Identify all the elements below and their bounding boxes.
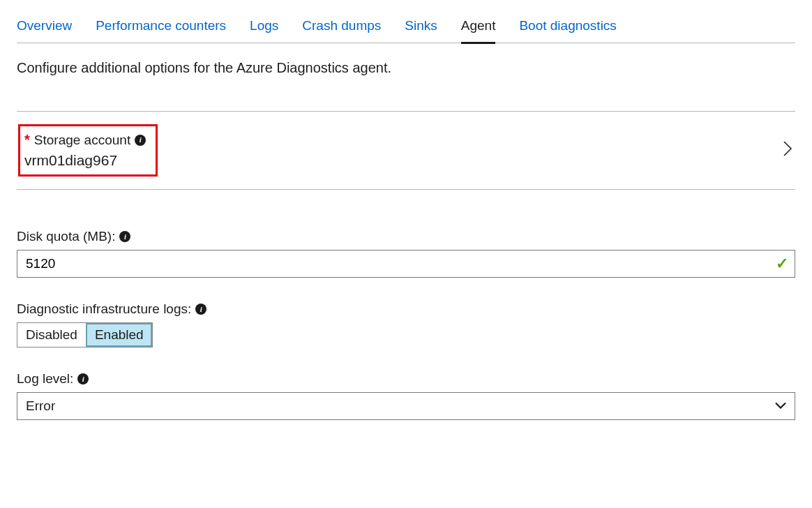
tab-overview[interactable]: Overview (17, 14, 72, 44)
tab-crash-dumps[interactable]: Crash dumps (302, 14, 381, 44)
tab-sinks[interactable]: Sinks (405, 14, 437, 44)
storage-account-label-text: Storage account (34, 133, 130, 148)
log-level-group: Log level: i Error (17, 371, 795, 420)
storage-account-selector[interactable]: * Storage account i vrm01diag967 (17, 112, 795, 190)
required-indicator: * (24, 132, 30, 148)
chevron-right-icon (783, 140, 795, 161)
disk-quota-label-text: Disk quota (MB): (17, 229, 115, 244)
tab-performance-counters[interactable]: Performance counters (96, 14, 226, 44)
info-icon[interactable]: i (135, 135, 146, 146)
log-level-label: Log level: i (17, 371, 795, 387)
tab-logs[interactable]: Logs (250, 14, 278, 44)
infra-logs-disabled-button[interactable]: Disabled (17, 323, 86, 347)
disk-quota-label: Disk quota (MB): i (17, 229, 795, 244)
infra-logs-enabled-button[interactable]: Enabled (86, 323, 152, 347)
info-icon[interactable]: i (195, 304, 206, 315)
storage-account-value: vrm01diag967 (24, 152, 146, 169)
valid-check-icon: ✓ (776, 255, 788, 273)
page-description: Configure additional options for the Azu… (17, 60, 795, 76)
storage-account-label: * Storage account i (24, 132, 146, 148)
info-icon[interactable]: i (77, 373, 89, 384)
infra-logs-label-text: Diagnostic infrastructure logs: (17, 301, 191, 317)
infra-logs-toggle: Disabled Enabled (17, 322, 153, 348)
disk-quota-input[interactable] (17, 250, 795, 278)
log-level-label-text: Log level: (17, 371, 73, 387)
infra-logs-group: Diagnostic infrastructure logs: i Disabl… (17, 301, 795, 348)
tab-agent[interactable]: Agent (461, 14, 496, 44)
info-icon[interactable]: i (119, 231, 130, 242)
log-level-select[interactable]: Error (17, 392, 795, 420)
infra-logs-label: Diagnostic infrastructure logs: i (17, 301, 795, 317)
disk-quota-group: Disk quota (MB): i ✓ (17, 229, 795, 278)
highlight-annotation: * Storage account i vrm01diag967 (18, 124, 158, 177)
tab-boot-diagnostics[interactable]: Boot diagnostics (519, 14, 616, 44)
tab-bar: Overview Performance counters Logs Crash… (17, 14, 795, 43)
